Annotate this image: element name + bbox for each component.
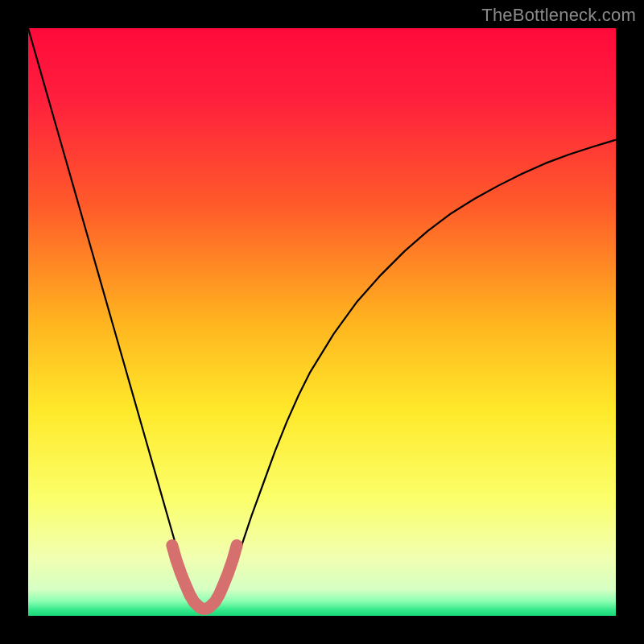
highlight-bottom — [172, 545, 237, 609]
plot-area — [28, 28, 616, 616]
watermark-text: TheBottleneck.com — [481, 5, 636, 26]
chart-frame: TheBottleneck.com — [0, 0, 644, 644]
bottleneck-curve — [28, 28, 616, 609]
curve-layer — [28, 28, 616, 616]
